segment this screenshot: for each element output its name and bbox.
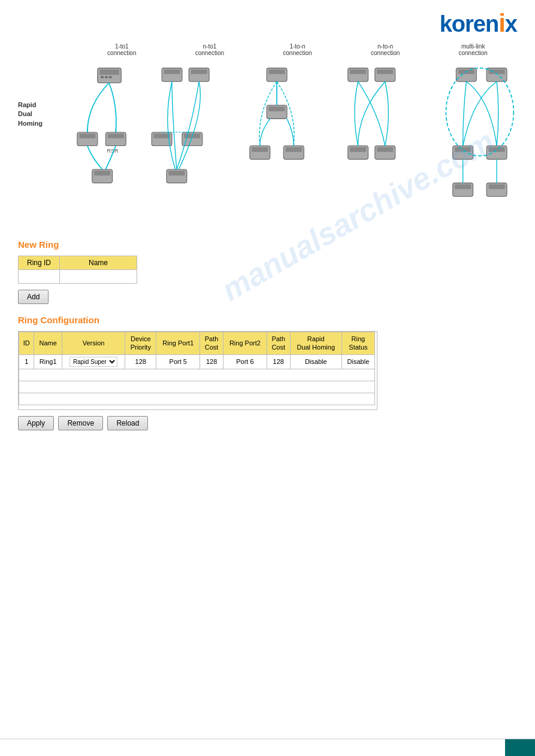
svg-rect-53 bbox=[489, 184, 505, 189]
svg-rect-17 bbox=[191, 69, 207, 74]
svg-rect-4 bbox=[109, 76, 112, 78]
th-device-priority: DevicePriority bbox=[125, 332, 156, 355]
cell-id: 1 bbox=[19, 354, 34, 369]
ring-id-input[interactable] bbox=[21, 271, 54, 282]
ring-config-scroll[interactable]: ID Name Version DevicePriority Ring Port… bbox=[19, 332, 377, 409]
svg-rect-28 bbox=[269, 107, 285, 111]
cell-path-cost1: 128 bbox=[200, 354, 223, 369]
svg-rect-15 bbox=[164, 69, 180, 74]
th-ring-status: RingStatus bbox=[341, 332, 374, 355]
footer-bar bbox=[505, 739, 535, 756]
th-rapid-dual-homing: RapidDual Homing bbox=[290, 332, 341, 355]
rdh-label: RapidDualHoming bbox=[18, 101, 51, 128]
cell-name: Ring1 bbox=[34, 354, 62, 369]
action-buttons: Apply Remove Reload bbox=[18, 416, 517, 430]
th-name: Name bbox=[34, 332, 62, 355]
svg-rect-19 bbox=[154, 133, 170, 138]
th-ring-port2: Ring Port2 bbox=[223, 332, 267, 355]
svg-point-49 bbox=[446, 68, 513, 156]
apply-button[interactable]: Apply bbox=[18, 416, 54, 430]
svg-rect-32 bbox=[286, 147, 302, 152]
label-1ton: 1-to-nconnection bbox=[267, 43, 327, 56]
label-nton: n-to-nconnection bbox=[355, 43, 415, 56]
content-area: New Ring Ring ID Name Add Ring Configura… bbox=[0, 239, 535, 430]
label-multilink: multi-linkconnection bbox=[443, 43, 503, 56]
ring-config-table: ID Name Version DevicePriority Ring Port… bbox=[19, 332, 375, 405]
svg-rect-30 bbox=[252, 147, 268, 152]
new-ring-table: Ring ID Name bbox=[18, 256, 137, 284]
svg-rect-23 bbox=[168, 171, 185, 175]
ring-config-title: Ring Configuration bbox=[18, 315, 517, 325]
version-select[interactable]: Rapid Super... bbox=[69, 357, 117, 367]
label-1to1: 1-to1connection bbox=[92, 43, 152, 56]
cell-device-priority: 128 bbox=[125, 354, 156, 369]
svg-rect-48 bbox=[489, 147, 505, 152]
cell-path-cost2: 128 bbox=[267, 354, 290, 369]
th-ring-port1: Ring Port1 bbox=[156, 332, 200, 355]
svg-rect-40 bbox=[377, 147, 393, 152]
th-path-cost2: PathCost bbox=[267, 332, 290, 355]
diagram-svg: RSR bbox=[57, 65, 517, 213]
svg-rect-1 bbox=[99, 69, 119, 75]
svg-rect-8 bbox=[108, 133, 124, 138]
new-ring-title: New Ring bbox=[18, 239, 517, 250]
th-version: Version bbox=[62, 332, 125, 355]
table-row: 1 Ring1 Rapid Super... 128 Port 5 128 Po… bbox=[19, 354, 375, 369]
reload-button[interactable]: Reload bbox=[107, 416, 148, 430]
svg-rect-6 bbox=[79, 133, 95, 138]
th-id: ID bbox=[19, 332, 34, 355]
cell-ring-port2: Port 6 bbox=[223, 354, 267, 369]
th-path-cost1: PathCost bbox=[200, 332, 223, 355]
header: korenix bbox=[0, 0, 535, 43]
svg-rect-34 bbox=[350, 69, 366, 74]
cell-ring-status: Disable bbox=[341, 354, 374, 369]
empty-row bbox=[19, 369, 375, 381]
svg-rect-11 bbox=[94, 171, 110, 175]
cell-ring-port1: Port 5 bbox=[156, 354, 200, 369]
cell-version[interactable]: Rapid Super... bbox=[62, 354, 125, 369]
diagram-area: 1-to1connection n-to1connection 1-to-nco… bbox=[0, 43, 535, 229]
empty-row bbox=[19, 393, 375, 405]
svg-rect-2 bbox=[101, 76, 104, 78]
ring-config-wrapper: ID Name Version DevicePriority Ring Port… bbox=[18, 331, 377, 410]
remove-button[interactable]: Remove bbox=[58, 416, 103, 430]
svg-rect-46 bbox=[455, 147, 471, 152]
col-name: Name bbox=[60, 256, 137, 270]
col-ring-id: Ring ID bbox=[19, 256, 60, 270]
cell-rapid-dual-homing: Disable bbox=[290, 354, 341, 369]
svg-rect-26 bbox=[269, 69, 285, 74]
diagram-labels: 1-to1connection n-to1connection 1-to-nco… bbox=[78, 43, 517, 56]
footer-line bbox=[0, 739, 535, 739]
svg-rect-3 bbox=[105, 76, 108, 78]
svg-rect-36 bbox=[377, 69, 393, 74]
diagram-image: RapidDualHoming RSR bbox=[18, 59, 517, 202]
svg-rect-51 bbox=[455, 184, 471, 189]
svg-rect-38 bbox=[350, 147, 366, 152]
ring-name-input[interactable] bbox=[62, 271, 134, 282]
ring-id-cell[interactable] bbox=[19, 270, 60, 284]
empty-row bbox=[19, 381, 375, 393]
label-nto1: n-to1connection bbox=[180, 43, 240, 56]
ring-name-cell[interactable] bbox=[60, 270, 137, 284]
add-button[interactable]: Add bbox=[18, 290, 49, 304]
logo: korenix bbox=[440, 11, 517, 37]
